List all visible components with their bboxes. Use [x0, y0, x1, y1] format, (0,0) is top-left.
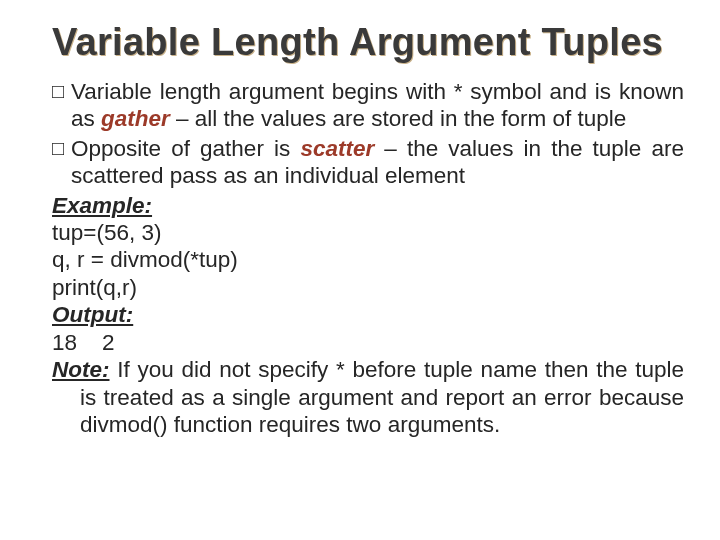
- bullet-marker-icon: □: [52, 78, 71, 133]
- bullet-marker-icon: □: [52, 135, 71, 190]
- term-scatter: scatter: [300, 136, 374, 161]
- output-label: Output:: [52, 302, 133, 327]
- note-text: If you did not specify * before tuple na…: [80, 357, 684, 437]
- code-line: print(q,r): [52, 274, 684, 301]
- term-gather: gather: [101, 106, 170, 131]
- example-heading: Example:: [52, 192, 684, 219]
- slide: Variable Length Argument Tuples □ Variab…: [0, 0, 720, 540]
- note-paragraph: Note: If you did not specify * before tu…: [52, 356, 684, 438]
- bullet-text: Variable length argument begins with * s…: [71, 78, 684, 133]
- bullet-item: □ Variable length argument begins with *…: [52, 78, 684, 133]
- slide-title: Variable Length Argument Tuples: [52, 22, 684, 64]
- output-heading: Output:: [52, 301, 684, 328]
- note-label: Note:: [52, 357, 110, 382]
- example-label: Example:: [52, 193, 152, 218]
- bullet-item: □ Opposite of gather is scatter – the va…: [52, 135, 684, 190]
- bullet-pre: Opposite of gather is: [71, 136, 300, 161]
- bullet-text: Opposite of gather is scatter – the valu…: [71, 135, 684, 190]
- code-line: tup=(56, 3): [52, 219, 684, 246]
- bullet-post: – all the values are stored in the form …: [170, 106, 627, 131]
- code-line: q, r = divmod(*tup): [52, 246, 684, 273]
- output-value: 18 2: [52, 329, 684, 356]
- slide-body: □ Variable length argument begins with *…: [52, 78, 684, 439]
